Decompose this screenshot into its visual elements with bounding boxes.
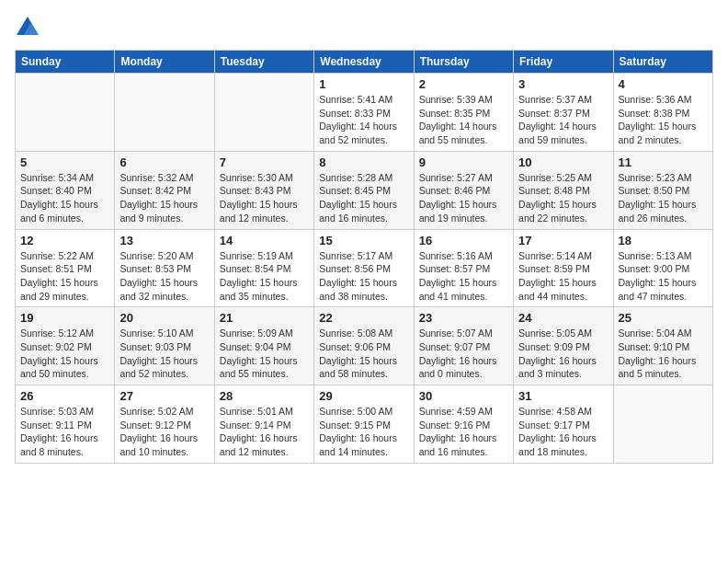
calendar-cell: 3Sunrise: 5:37 AM Sunset: 8:37 PM Daylig… — [514, 74, 613, 152]
day-number: 8 — [319, 155, 408, 169]
day-info: Sunrise: 4:59 AM Sunset: 9:16 PM Dayligh… — [419, 405, 508, 459]
day-info: Sunrise: 5:20 AM Sunset: 8:53 PM Dayligh… — [119, 249, 209, 304]
day-info: Sunrise: 5:34 AM Sunset: 8:40 PM Dayligh… — [20, 171, 109, 225]
logo-icon — [15, 15, 40, 40]
day-number: 5 — [20, 155, 109, 169]
day-number: 6 — [119, 155, 209, 169]
calendar-cell: 21Sunrise: 5:09 AM Sunset: 9:04 PM Dayli… — [214, 307, 313, 385]
calendar-cell: 14Sunrise: 5:19 AM Sunset: 8:54 PM Dayli… — [214, 229, 313, 307]
calendar-cell: 22Sunrise: 5:08 AM Sunset: 9:06 PM Dayli… — [314, 307, 414, 385]
day-info: Sunrise: 5:22 AM Sunset: 8:51 PM Dayligh… — [20, 249, 109, 304]
logo — [15, 15, 44, 40]
day-info: Sunrise: 5:08 AM Sunset: 9:06 PM Dayligh… — [319, 327, 408, 381]
weekday-header: Saturday — [613, 51, 712, 74]
day-number: 14 — [220, 234, 309, 247]
day-info: Sunrise: 5:03 AM Sunset: 9:11 PM Dayligh… — [20, 405, 109, 459]
day-number: 27 — [119, 389, 209, 403]
day-info: Sunrise: 5:36 AM Sunset: 8:38 PM Dayligh… — [619, 93, 708, 147]
day-number: 12 — [20, 234, 109, 247]
day-number: 24 — [518, 311, 608, 325]
calendar-cell: 31Sunrise: 4:58 AM Sunset: 9:17 PM Dayli… — [514, 385, 613, 464]
day-info: Sunrise: 5:04 AM Sunset: 9:10 PM Dayligh… — [619, 327, 708, 381]
calendar-cell: 5Sunrise: 5:34 AM Sunset: 8:40 PM Daylig… — [16, 151, 115, 229]
day-number: 31 — [518, 389, 608, 403]
calendar-week-row: 19Sunrise: 5:12 AM Sunset: 9:02 PM Dayli… — [16, 307, 713, 385]
day-number: 4 — [619, 77, 708, 91]
calendar-week-row: 12Sunrise: 5:22 AM Sunset: 8:51 PM Dayli… — [16, 229, 713, 307]
calendar-cell: 6Sunrise: 5:32 AM Sunset: 8:42 PM Daylig… — [115, 151, 214, 229]
day-info: Sunrise: 5:30 AM Sunset: 8:43 PM Dayligh… — [220, 171, 309, 225]
page-header — [15, 15, 713, 40]
day-number: 25 — [619, 311, 708, 325]
day-info: Sunrise: 5:05 AM Sunset: 9:09 PM Dayligh… — [518, 327, 608, 381]
day-info: Sunrise: 5:00 AM Sunset: 9:15 PM Dayligh… — [319, 405, 408, 459]
calendar-cell: 4Sunrise: 5:36 AM Sunset: 8:38 PM Daylig… — [613, 74, 712, 152]
calendar-cell: 12Sunrise: 5:22 AM Sunset: 8:51 PM Dayli… — [16, 229, 115, 307]
calendar-cell: 7Sunrise: 5:30 AM Sunset: 8:43 PM Daylig… — [214, 151, 313, 229]
day-number: 9 — [419, 155, 508, 169]
calendar-cell: 25Sunrise: 5:04 AM Sunset: 9:10 PM Dayli… — [613, 307, 712, 385]
day-number: 30 — [419, 389, 508, 403]
day-number: 28 — [220, 389, 309, 403]
day-number: 20 — [119, 311, 209, 325]
day-info: Sunrise: 5:07 AM Sunset: 9:07 PM Dayligh… — [419, 327, 508, 381]
calendar-week-row: 1Sunrise: 5:41 AM Sunset: 8:33 PM Daylig… — [16, 74, 713, 152]
calendar-cell — [115, 74, 214, 152]
day-info: Sunrise: 5:32 AM Sunset: 8:42 PM Dayligh… — [119, 171, 209, 225]
calendar-header-row: SundayMondayTuesdayWednesdayThursdayFrid… — [16, 51, 713, 74]
day-number: 10 — [518, 155, 608, 169]
calendar-cell: 24Sunrise: 5:05 AM Sunset: 9:09 PM Dayli… — [514, 307, 613, 385]
day-info: Sunrise: 4:58 AM Sunset: 9:17 PM Dayligh… — [518, 405, 608, 459]
day-number: 17 — [518, 234, 608, 247]
day-info: Sunrise: 5:25 AM Sunset: 8:48 PM Dayligh… — [518, 171, 608, 225]
weekday-header: Monday — [115, 51, 214, 74]
day-number: 26 — [20, 389, 109, 403]
calendar-cell: 27Sunrise: 5:02 AM Sunset: 9:12 PM Dayli… — [115, 385, 214, 464]
day-number: 16 — [419, 234, 508, 247]
day-info: Sunrise: 5:16 AM Sunset: 8:57 PM Dayligh… — [419, 249, 508, 304]
calendar-cell — [214, 74, 313, 152]
day-info: Sunrise: 5:13 AM Sunset: 9:00 PM Dayligh… — [619, 249, 708, 304]
calendar-cell: 28Sunrise: 5:01 AM Sunset: 9:14 PM Dayli… — [214, 385, 313, 464]
calendar-cell — [16, 74, 115, 152]
day-info: Sunrise: 5:28 AM Sunset: 8:45 PM Dayligh… — [319, 171, 408, 225]
day-number: 21 — [220, 311, 309, 325]
calendar-cell: 29Sunrise: 5:00 AM Sunset: 9:15 PM Dayli… — [314, 385, 414, 464]
weekday-header: Wednesday — [314, 51, 414, 74]
calendar-cell: 30Sunrise: 4:59 AM Sunset: 9:16 PM Dayli… — [414, 385, 513, 464]
day-info: Sunrise: 5:02 AM Sunset: 9:12 PM Dayligh… — [119, 405, 209, 459]
day-info: Sunrise: 5:41 AM Sunset: 8:33 PM Dayligh… — [319, 93, 408, 147]
weekday-header: Tuesday — [214, 51, 313, 74]
calendar-cell: 16Sunrise: 5:16 AM Sunset: 8:57 PM Dayli… — [414, 229, 513, 307]
calendar-cell: 15Sunrise: 5:17 AM Sunset: 8:56 PM Dayli… — [314, 229, 414, 307]
day-info: Sunrise: 5:37 AM Sunset: 8:37 PM Dayligh… — [518, 93, 608, 147]
day-number: 18 — [619, 234, 708, 247]
day-info: Sunrise: 5:12 AM Sunset: 9:02 PM Dayligh… — [20, 327, 109, 381]
calendar-cell: 8Sunrise: 5:28 AM Sunset: 8:45 PM Daylig… — [314, 151, 414, 229]
calendar-cell: 10Sunrise: 5:25 AM Sunset: 8:48 PM Dayli… — [514, 151, 613, 229]
day-number: 15 — [319, 234, 408, 247]
calendar-cell: 18Sunrise: 5:13 AM Sunset: 9:00 PM Dayli… — [613, 229, 712, 307]
calendar-cell: 11Sunrise: 5:23 AM Sunset: 8:50 PM Dayli… — [613, 151, 712, 229]
weekday-header: Thursday — [414, 51, 513, 74]
weekday-header: Friday — [514, 51, 613, 74]
calendar-cell: 2Sunrise: 5:39 AM Sunset: 8:35 PM Daylig… — [414, 74, 513, 152]
day-info: Sunrise: 5:19 AM Sunset: 8:54 PM Dayligh… — [220, 249, 309, 304]
calendar-table: SundayMondayTuesdayWednesdayThursdayFrid… — [15, 50, 713, 464]
day-info: Sunrise: 5:17 AM Sunset: 8:56 PM Dayligh… — [319, 249, 408, 304]
day-number: 1 — [319, 77, 408, 91]
weekday-header: Sunday — [16, 51, 115, 74]
calendar-cell: 19Sunrise: 5:12 AM Sunset: 9:02 PM Dayli… — [16, 307, 115, 385]
day-info: Sunrise: 5:14 AM Sunset: 8:59 PM Dayligh… — [518, 249, 608, 304]
day-number: 19 — [20, 311, 109, 325]
day-number: 13 — [119, 234, 209, 247]
calendar-week-row: 5Sunrise: 5:34 AM Sunset: 8:40 PM Daylig… — [16, 151, 713, 229]
calendar-cell — [613, 385, 712, 464]
day-info: Sunrise: 5:39 AM Sunset: 8:35 PM Dayligh… — [419, 93, 508, 147]
day-info: Sunrise: 5:01 AM Sunset: 9:14 PM Dayligh… — [220, 405, 309, 459]
day-number: 2 — [419, 77, 508, 91]
day-number: 22 — [319, 311, 408, 325]
calendar-cell: 1Sunrise: 5:41 AM Sunset: 8:33 PM Daylig… — [314, 74, 414, 152]
day-info: Sunrise: 5:23 AM Sunset: 8:50 PM Dayligh… — [619, 171, 708, 225]
calendar-cell: 17Sunrise: 5:14 AM Sunset: 8:59 PM Dayli… — [514, 229, 613, 307]
